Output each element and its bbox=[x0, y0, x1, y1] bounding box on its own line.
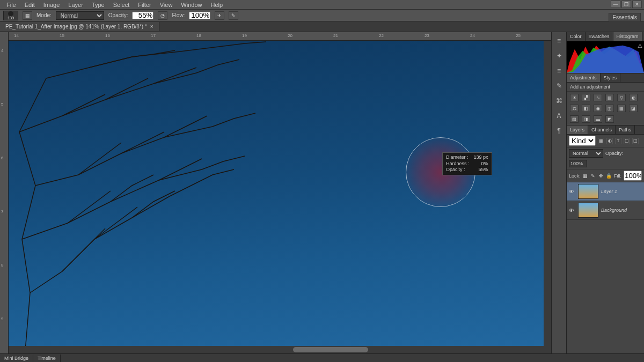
window-controls: — ❐ ✕ bbox=[611, 1, 642, 8]
hue-icon[interactable]: ◐ bbox=[629, 94, 638, 101]
invert-icon[interactable]: ◪ bbox=[629, 105, 638, 112]
posterize-icon[interactable]: ▨ bbox=[570, 115, 579, 123]
tab-layers[interactable]: Layers bbox=[567, 125, 588, 134]
layer-thumbnail[interactable] bbox=[578, 203, 598, 218]
workspace: 4 5 6 7 8 9 14 15 16 17 18 19 20 21 22 2… bbox=[0, 32, 644, 353]
colorlookup-icon[interactable]: ▦ bbox=[617, 105, 626, 112]
tree-content bbox=[9, 35, 320, 353]
tab-color[interactable]: Color bbox=[567, 32, 586, 41]
brush-panel-toggle[interactable]: ▦ bbox=[23, 11, 32, 20]
filter-type-icon[interactable]: T bbox=[615, 138, 621, 144]
layer-opacity-input[interactable] bbox=[569, 160, 587, 167]
gradientmap-icon[interactable]: ▬ bbox=[594, 115, 602, 123]
photofilter-icon[interactable]: ◉ bbox=[594, 105, 602, 112]
lock-position-icon[interactable]: ✎ bbox=[590, 173, 596, 179]
brush-preset-picker[interactable]: 139 bbox=[3, 11, 18, 20]
layer-row[interactable]: 👁 Background bbox=[567, 201, 644, 220]
close-tab-icon[interactable]: × bbox=[150, 24, 153, 29]
menu-view[interactable]: View bbox=[156, 1, 177, 9]
minimize-button[interactable]: — bbox=[611, 1, 620, 8]
history-panel-icon[interactable]: ≡ bbox=[554, 35, 565, 46]
tab-paths[interactable]: Paths bbox=[616, 125, 635, 134]
menu-layer[interactable]: Layer bbox=[64, 1, 87, 9]
lock-pixels-icon[interactable]: ▦ bbox=[583, 173, 589, 179]
brush-panel-icon[interactable]: ✎ bbox=[554, 80, 565, 91]
layers-panel-tabs: Layers Channels Paths bbox=[567, 125, 644, 135]
canvas-area[interactable]: 14 15 16 17 18 19 20 21 22 23 24 25 bbox=[9, 32, 551, 353]
blend-mode-select[interactable]: Normal bbox=[56, 11, 104, 20]
visibility-toggle-icon[interactable]: 👁 bbox=[569, 189, 575, 195]
ruler-tick: 6 bbox=[1, 156, 3, 160]
hud-hardness-value: 0% bbox=[481, 161, 488, 167]
airbrush-toggle[interactable]: ✈ bbox=[215, 11, 224, 20]
layer-fill-input[interactable] bbox=[624, 171, 642, 181]
selectivecolor-icon[interactable]: ◩ bbox=[605, 115, 614, 123]
histogram-warning-icon[interactable]: ⚠ bbox=[638, 43, 642, 49]
menu-image[interactable]: Image bbox=[39, 1, 64, 9]
filter-pixel-icon[interactable]: ▦ bbox=[598, 138, 604, 144]
layer-name: Layer 1 bbox=[601, 189, 617, 194]
ruler-tick: 9 bbox=[1, 316, 3, 321]
tab-adjustments[interactable]: Adjustments bbox=[567, 73, 601, 82]
channelmixer-icon[interactable]: ◫ bbox=[605, 105, 614, 112]
scrollbar-thumb[interactable] bbox=[293, 347, 368, 352]
lock-all-icon[interactable]: 🔒 bbox=[606, 173, 612, 179]
colorbalance-icon[interactable]: ⚖ bbox=[570, 105, 579, 112]
tab-swatches[interactable]: Swatches bbox=[586, 32, 613, 41]
paragraph-panel-icon[interactable]: ¶ bbox=[554, 125, 565, 136]
layer-filter-kind[interactable]: Kind bbox=[569, 136, 596, 146]
document-tab[interactable]: PE_Tutorial 1_After Image.jpg @ 141% (La… bbox=[0, 22, 159, 31]
actions-panel-icon[interactable]: ✦ bbox=[554, 50, 565, 61]
hud-diameter-value: 139 px bbox=[474, 154, 488, 161]
curves-icon[interactable]: ∿ bbox=[594, 94, 602, 101]
ruler-tick: 25 bbox=[516, 33, 521, 38]
ruler-tick: 24 bbox=[470, 33, 475, 38]
layer-row[interactable]: 👁 Layer 1 bbox=[567, 182, 644, 201]
fill-label: Fill: bbox=[614, 173, 621, 179]
exposure-icon[interactable]: ▤ bbox=[605, 94, 614, 101]
tab-styles[interactable]: Styles bbox=[601, 73, 621, 82]
restore-button[interactable]: ❐ bbox=[621, 1, 631, 8]
menu-type[interactable]: Type bbox=[87, 1, 109, 9]
lock-label: Lock: bbox=[569, 173, 581, 179]
filter-adjust-icon[interactable]: ◐ bbox=[606, 138, 613, 144]
close-window-button[interactable]: ✕ bbox=[632, 1, 642, 8]
flow-input[interactable] bbox=[189, 12, 210, 19]
pressure-size-toggle[interactable]: ✎ bbox=[229, 11, 238, 20]
ruler-tick: 7 bbox=[1, 209, 3, 214]
menu-help[interactable]: Help bbox=[206, 1, 227, 9]
menu-file[interactable]: File bbox=[2, 1, 20, 9]
filter-shape-icon[interactable]: ▢ bbox=[624, 138, 630, 144]
menu-select[interactable]: Select bbox=[109, 1, 134, 9]
horizontal-scrollbar[interactable] bbox=[9, 346, 551, 353]
layer-blend-mode[interactable]: Normal bbox=[569, 149, 603, 158]
threshold-icon[interactable]: ◨ bbox=[582, 115, 590, 123]
layer-thumbnail[interactable] bbox=[578, 184, 598, 199]
lock-move-icon[interactable]: ✥ bbox=[598, 173, 604, 179]
workspace-switcher[interactable]: Essentials bbox=[609, 13, 641, 22]
tab-channels[interactable]: Channels bbox=[588, 125, 616, 134]
vibrance-icon[interactable]: ▽ bbox=[617, 94, 626, 101]
properties-panel-icon[interactable]: ≡ bbox=[554, 65, 565, 76]
clone-panel-icon[interactable]: ⌘ bbox=[554, 95, 565, 106]
menu-edit[interactable]: Edit bbox=[20, 1, 39, 9]
visibility-toggle-icon[interactable]: 👁 bbox=[569, 208, 575, 213]
character-panel-icon[interactable]: A bbox=[554, 110, 565, 121]
tab-timeline[interactable]: Timeline bbox=[33, 354, 61, 362]
opacity-input[interactable] bbox=[132, 12, 153, 19]
bw-icon[interactable]: ◧ bbox=[582, 105, 590, 112]
levels-icon[interactable]: ▞ bbox=[582, 94, 590, 101]
collapsed-tool-panels: ≡ ✦ ≡ ✎ ⌘ A ¶ bbox=[551, 32, 566, 353]
histogram-panel: ⚠ bbox=[567, 41, 644, 73]
brightness-icon[interactable]: ☀ bbox=[570, 94, 579, 101]
tab-histogram[interactable]: Histogram bbox=[613, 32, 642, 41]
tab-mini-bridge[interactable]: Mini Bridge bbox=[0, 354, 33, 362]
hud-opacity-label: Opacity : bbox=[446, 167, 465, 173]
adjustments-panel-tabs: Adjustments Styles bbox=[567, 73, 644, 83]
filter-smart-icon[interactable]: ◫ bbox=[632, 138, 639, 144]
menu-filter[interactable]: Filter bbox=[134, 1, 155, 9]
pressure-opacity-toggle[interactable]: ◔ bbox=[158, 11, 167, 20]
menu-window[interactable]: Window bbox=[177, 1, 206, 9]
right-panels: Color Swatches Histogram ⚠ Adjustments S… bbox=[566, 32, 644, 353]
vertical-scrollbar[interactable] bbox=[544, 41, 551, 346]
